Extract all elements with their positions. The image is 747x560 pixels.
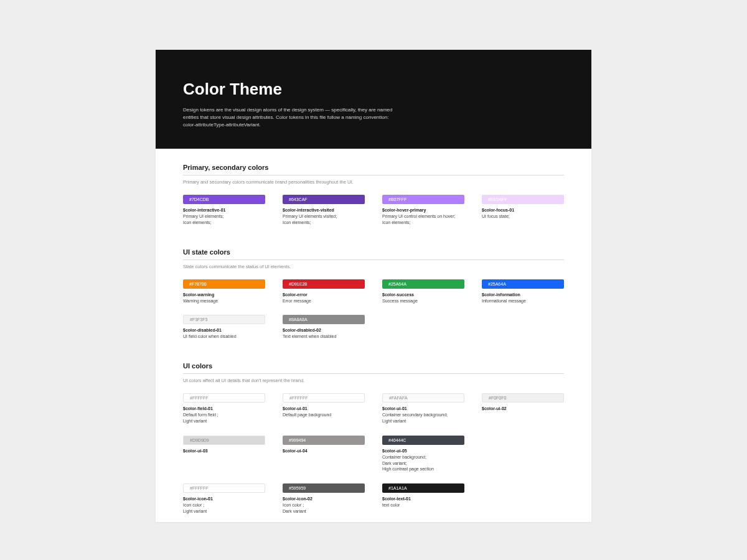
- token-description: Warning message: [183, 298, 265, 304]
- token-name: $color-interactive-01: [183, 208, 265, 212]
- swatch-cell: #1A1A1A$color-text-01text color: [382, 483, 464, 515]
- color-swatch: #F0F0F0: [482, 393, 564, 403]
- design-doc-page: Color Theme Design tokens are the visual…: [156, 50, 591, 522]
- swatch-grid: #F78700$color-warningWarning message#D91…: [183, 279, 564, 340]
- swatch-cell: #B07FFF$color-hover-primaryPrimary UI co…: [382, 195, 464, 226]
- swatch-cell: #F78700$color-warningWarning message: [183, 279, 265, 304]
- swatch-cell: #D9D9D9$color-ui-03: [183, 436, 265, 472]
- swatch-cell: #25A64A$color-informationInformational m…: [482, 279, 564, 304]
- color-swatch: #8A8A8A: [283, 315, 365, 324]
- token-description: Primary UI elements;Icon elements;: [183, 213, 265, 226]
- hero: Color Theme Design tokens are the visual…: [156, 50, 591, 149]
- page-description: Design tokens are the visual design atom…: [183, 106, 395, 129]
- token-name: $color-warning: [183, 292, 265, 297]
- color-swatch: #EED4FF: [482, 195, 564, 204]
- swatch-cell: #FFFFFF$color-icon-01Icon color ;Light v…: [183, 483, 265, 515]
- token-description: Primary UI control elements on hover;Ico…: [382, 213, 464, 226]
- token-description: Error message: [283, 298, 365, 304]
- swatch-grid: #FFFFFF$color-field-01Default form field…: [183, 393, 564, 515]
- color-swatch: #999494: [283, 436, 365, 445]
- section-subtitle: UI colors affect all UI details that don…: [183, 378, 564, 383]
- color-swatch: #25A64A: [482, 279, 564, 289]
- swatch-cell: #FFFFFF$color-field-01Default form field…: [183, 393, 265, 424]
- token-description: Text element when disabled: [283, 334, 365, 340]
- token-name: $color-ui-03: [183, 449, 265, 453]
- token-description: Icon color ;Dark variant: [283, 502, 365, 515]
- token-name: $color-success: [382, 292, 464, 297]
- color-swatch: #D91E28: [283, 279, 365, 289]
- swatch-cell: #643CAF$color-interactive-visitedPrimary…: [283, 195, 365, 226]
- swatch-cell: #EED4FF$color-focus-01UI focus state;: [482, 195, 564, 226]
- swatch-cell: #595959$color-icon-02Icon color ;Dark va…: [283, 483, 365, 515]
- color-swatch: #F78700: [183, 279, 265, 289]
- section: UI colorsUI colors affect all UI details…: [156, 347, 591, 522]
- color-swatch: #7D4CDB: [183, 195, 265, 204]
- token-name: $color-text-01: [382, 497, 464, 501]
- token-name: $color-field-01: [183, 406, 265, 411]
- swatch-cell: #D91E28$color-errorError message: [283, 279, 365, 304]
- token-name: $color-ui-04: [283, 449, 365, 453]
- token-description: Container secondary background;Light var…: [382, 412, 464, 424]
- swatch-cell: #40444C$color-ui-05Container background;…: [382, 436, 464, 472]
- page-title: Color Theme: [183, 80, 564, 99]
- color-swatch: #FFFFFF: [183, 393, 265, 403]
- color-swatch: #595959: [283, 483, 365, 493]
- section: Primary, secondary colorsPrimary and sec…: [156, 149, 591, 233]
- token-description: Primary UI elements visited;Icon element…: [283, 213, 365, 226]
- token-description: Default page background: [283, 412, 365, 418]
- token-name: $color-ui-01: [283, 406, 365, 411]
- swatch-cell: #FAFAFA$color-ui-01Container secondary b…: [382, 393, 464, 424]
- token-description: UI focus state;: [482, 213, 564, 220]
- token-name: $color-icon-01: [183, 497, 265, 501]
- token-name: $color-interactive-visited: [283, 208, 365, 212]
- token-name: $color-error: [283, 292, 365, 297]
- color-swatch: #B07FFF: [382, 195, 464, 204]
- token-description: Informational message: [482, 298, 564, 304]
- color-swatch: #25A64A: [382, 279, 464, 289]
- swatch-cell: #999494$color-ui-04: [283, 436, 365, 472]
- token-name: $color-disabled-01: [183, 328, 265, 332]
- swatch-cell: #FFFFFF$color-ui-01Default page backgrou…: [283, 393, 365, 424]
- color-swatch: #FFFFFF: [283, 393, 365, 403]
- color-swatch: #643CAF: [283, 195, 365, 204]
- section-subtitle: Primary and secondary colors communicate…: [183, 179, 564, 185]
- token-description: Default form field ;Light variant: [183, 412, 265, 424]
- token-description: UI field color when disabled: [183, 334, 265, 340]
- swatch-cell: #F0F0F0$color-ui-02: [482, 393, 564, 424]
- color-swatch: #FAFAFA: [382, 393, 464, 403]
- swatch-cell: #8A8A8A$color-disabled-02Text element wh…: [283, 315, 365, 340]
- swatch-cell: #25A64A$color-successSuccess message: [382, 279, 464, 304]
- color-swatch: #FFFFFF: [183, 483, 265, 493]
- token-name: $color-information: [482, 292, 564, 297]
- token-name: $color-ui-02: [482, 406, 564, 411]
- swatch-grid: #7D4CDB$color-interactive-01Primary UI e…: [183, 195, 564, 226]
- color-swatch: #1A1A1A: [382, 483, 464, 493]
- token-name: $color-disabled-02: [283, 328, 365, 332]
- divider: [183, 259, 564, 260]
- divider: [183, 373, 564, 374]
- swatch-cell: #F3F3F3$color-disabled-01UI field color …: [183, 315, 265, 340]
- swatch-cell: [482, 436, 564, 472]
- token-description: Icon color ;Light variant: [183, 502, 265, 515]
- section-subtitle: State colors communicate the status of U…: [183, 264, 564, 269]
- color-swatch: #F3F3F3: [183, 315, 265, 324]
- token-name: $color-ui-05: [382, 449, 464, 453]
- token-description: text color: [382, 502, 464, 508]
- color-swatch: #D9D9D9: [183, 436, 265, 445]
- divider: [183, 175, 564, 175]
- section-title: UI state colors: [183, 248, 564, 256]
- token-name: $color-icon-02: [283, 497, 365, 501]
- token-description: Container background;Dark variant;High c…: [382, 454, 464, 472]
- token-name: $color-ui-01: [382, 406, 464, 411]
- color-swatch: #40444C: [382, 436, 464, 445]
- section: UI state colorsState colors communicate …: [156, 233, 591, 348]
- token-description: Success message: [382, 298, 464, 304]
- token-name: $color-focus-01: [482, 208, 564, 212]
- section-title: Primary, secondary colors: [183, 164, 564, 171]
- section-title: UI colors: [183, 362, 564, 370]
- swatch-cell: #7D4CDB$color-interactive-01Primary UI e…: [183, 195, 265, 226]
- token-name: $color-hover-primary: [382, 208, 464, 212]
